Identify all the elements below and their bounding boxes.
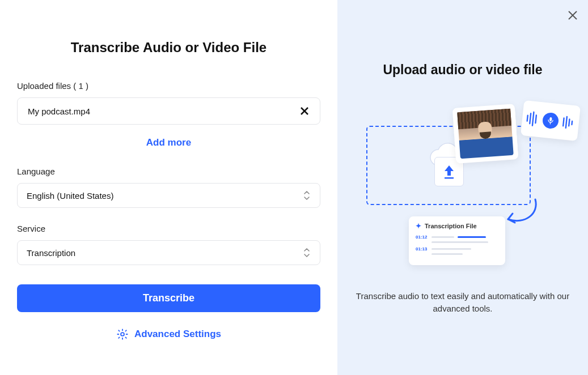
language-select[interactable]: English (United States)	[17, 183, 320, 208]
upload-icon	[442, 163, 456, 180]
svg-line-12	[566, 117, 567, 128]
uploaded-file-name: My podcast.mp4	[28, 106, 90, 116]
service-select[interactable]: Transcription	[17, 240, 320, 265]
right-panel-subtitle: Transcribe audio to text easily and auto…	[355, 290, 570, 315]
close-panel-icon[interactable]	[568, 10, 578, 20]
uploaded-files-label: Uploaded files ( 1 )	[17, 81, 320, 91]
gear-icon	[116, 328, 129, 340]
svg-line-13	[569, 119, 569, 126]
language-label: Language	[17, 167, 320, 176]
svg-line-14	[572, 121, 572, 125]
timestamp-2: 01:13	[416, 246, 428, 252]
service-value: Transcription	[27, 248, 75, 258]
svg-rect-10	[549, 117, 552, 121]
video-thumbnail-card	[452, 104, 519, 163]
transcription-card-title: Transcription File	[425, 223, 477, 229]
service-label: Service	[17, 224, 320, 233]
chevron-up-down-icon	[303, 248, 311, 258]
svg-point-2	[121, 333, 124, 336]
transcription-file-card: ✦ Transcription File 01:12 01:13	[409, 216, 505, 265]
svg-rect-5	[445, 177, 454, 179]
upload-illustration: ✦ Transcription File 01:12 01:13	[355, 109, 570, 273]
left-panel: Transcribe Audio or Video File Uploaded …	[0, 0, 337, 375]
microphone-icon	[542, 112, 560, 130]
right-panel-title: Upload audio or video file	[383, 62, 542, 78]
page-title: Transcribe Audio or Video File	[17, 40, 320, 56]
timestamp-1: 01:12	[416, 235, 428, 240]
svg-line-9	[535, 115, 536, 123]
transcribe-button[interactable]: Transcribe	[17, 284, 320, 312]
advanced-settings-button[interactable]: Advanced Settings	[17, 328, 320, 340]
svg-line-8	[532, 112, 534, 126]
arrow-swoosh-icon	[502, 197, 542, 233]
add-more-button[interactable]: Add more	[17, 137, 320, 148]
chevron-up-down-icon	[303, 190, 311, 201]
right-panel: Upload audio or video file	[337, 0, 588, 375]
language-value: English (United States)	[27, 191, 113, 201]
uploaded-file-row: My podcast.mp4	[17, 97, 320, 125]
svg-line-6	[527, 116, 528, 121]
sparkle-icon: ✦	[416, 222, 421, 230]
advanced-settings-label: Advanced Settings	[134, 329, 221, 340]
audio-waveform-card	[521, 100, 581, 141]
remove-file-icon[interactable]	[299, 106, 310, 116]
svg-line-7	[530, 113, 531, 123]
svg-line-11	[563, 118, 564, 126]
